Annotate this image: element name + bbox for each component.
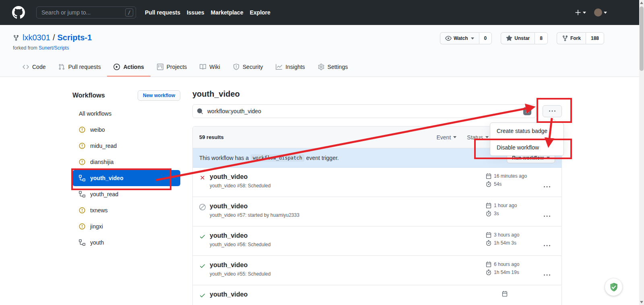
scrollbar-thumb[interactable] [640,6,644,71]
status-filter-label: Status [467,134,483,141]
banner-text-after: event trigger. [306,155,339,161]
top-right-controls [575,8,632,17]
run-options-button[interactable] [539,266,555,285]
workflow-options-button[interactable] [543,105,562,117]
run-title-link[interactable]: youth_video [210,173,270,181]
stopwatch-icon [486,181,491,187]
chevron-down-icon [604,12,607,14]
tab-security[interactable]: Security [227,59,270,77]
tab-insights[interactable]: Insights [269,59,311,77]
run-options-button[interactable] [539,207,555,226]
sidebar-item-youth-video[interactable]: youth_video [72,170,180,186]
browser-scrollbar[interactable] [639,0,644,305]
repo-separator: / [50,33,58,42]
fork-button[interactable]: Fork [557,32,586,44]
run-time: 16 minutes ago [494,173,527,179]
scrollbar-up-arrow[interactable] [640,2,643,4]
repo-forked-icon [13,35,19,41]
forked-from-link[interactable]: Sunert/Scripts [39,45,69,51]
scrollbar-down-arrow[interactable] [640,301,643,303]
sidebar-item-jingxi[interactable]: jingxi [72,218,180,234]
sidebar-item-all-workflows[interactable]: All workflows [72,106,180,122]
run-options-button[interactable] [539,177,555,197]
run-title-link[interactable]: youth_video [210,203,299,210]
clear-search-button[interactable] [523,107,531,115]
run-meta: 6 hours ago 1h 54m 19s [486,261,539,285]
watch-label: Watch [454,35,468,41]
repo-name-link[interactable]: Scripts-1 [58,33,92,42]
global-search-input[interactable] [36,6,136,19]
workflow-label: jingxi [90,223,103,230]
workflows-sidebar: Workflows New workflow All workflows wei… [72,89,180,251]
watch-button[interactable]: Watch [440,32,479,44]
tab-actions[interactable]: Actions [107,59,150,77]
event-filter-label: Event [436,134,451,141]
sidebar-item-dianshijia[interactable]: dianshijia [72,154,180,170]
stopwatch-icon [486,211,491,216]
slash-shortcut-key: / [125,8,133,17]
tab-projects[interactable]: Projects [151,59,194,77]
eye-icon [445,35,452,41]
run-meta: 3 hours ago 1h 54m 3s [486,232,539,255]
nav-marketplace[interactable]: Marketplace [211,9,244,16]
x-failure-icon [199,174,206,181]
sidebar-item-midu-read[interactable]: midu_read [72,138,180,154]
repo-owner-link[interactable]: lxk0301 [23,33,50,42]
kebab-horizontal-icon [544,243,550,249]
top-navigation-bar: / Pull requests Issues Marketplace Explo… [0,0,644,25]
runs-search-input[interactable] [192,104,536,118]
run-title-link[interactable]: youth_video [210,232,270,239]
tab-label: Settings [328,64,348,70]
watch-count[interactable]: 0 [479,32,492,44]
run-title-link[interactable]: youth_video [210,291,248,298]
fork-count[interactable]: 188 [586,32,604,44]
runs-search [192,104,536,118]
tab-label: Projects [167,64,187,70]
run-subtitle: youth_video #56: Scheduled [210,242,270,247]
page-title: youth_video [192,89,562,99]
sidebar-item-weibo[interactable]: weibo [72,122,180,138]
menu-item-disable-workflow[interactable]: Disable workflow [490,139,564,156]
tab-label: Insights [285,64,305,70]
nav-pull-requests[interactable]: Pull requests [145,9,180,16]
status-filter[interactable]: Status [467,134,489,141]
nav-explore[interactable]: Explore [250,9,270,16]
workflow-label: youth_video [90,175,123,181]
run-meta [502,291,555,305]
tab-code[interactable]: Code [16,59,52,77]
chevron-down-icon [583,12,586,14]
tab-wiki[interactable]: Wiki [193,59,226,77]
run-duration: 3s [494,211,499,216]
workflow-label: dianshijia [90,159,114,165]
code-icon [23,64,29,70]
repo-title: lxk0301 / Scripts-1 [13,33,92,42]
run-options-button[interactable] [539,236,555,255]
tab-label: Actions [123,64,144,70]
star-group: Unstar 8 [501,32,548,44]
star-count[interactable]: 8 [535,32,548,44]
create-new-dropdown[interactable] [575,9,586,16]
unstar-button[interactable]: Unstar [501,32,535,44]
nav-issues[interactable]: Issues [187,9,204,16]
sidebar-item-youth-read[interactable]: youth_read [72,186,180,202]
warning-icon [79,143,85,149]
workflow-label: All workflows [79,110,111,117]
run-row: youth_video youth_video #55: Scheduled 6… [193,256,561,285]
workflow-list: All workflows weibo midu_read dianshijia… [72,106,180,251]
event-filter[interactable]: Event [436,134,456,141]
sidebar-item-txnews[interactable]: txnews [72,202,180,218]
adguard-extension-badge[interactable] [605,278,622,296]
new-workflow-button[interactable]: New workflow [138,90,180,101]
run-title-link[interactable]: youth_video [210,261,270,269]
tab-settings[interactable]: Settings [312,59,355,77]
run-row: youth_video youth_video #58: Scheduled 1… [193,168,561,197]
run-time: 6 hours ago [494,261,519,267]
user-menu[interactable] [594,8,607,17]
github-logo-icon[interactable] [12,6,25,19]
kebab-horizontal-icon [544,272,550,278]
tab-pull-requests[interactable]: Pull requests [52,59,107,77]
run-meta: 1 hour ago 3s [486,203,539,226]
menu-item-create-status-badge[interactable]: Create status badge [490,123,564,139]
tab-label: Code [32,64,45,70]
sidebar-item-youth[interactable]: youth [72,234,180,251]
